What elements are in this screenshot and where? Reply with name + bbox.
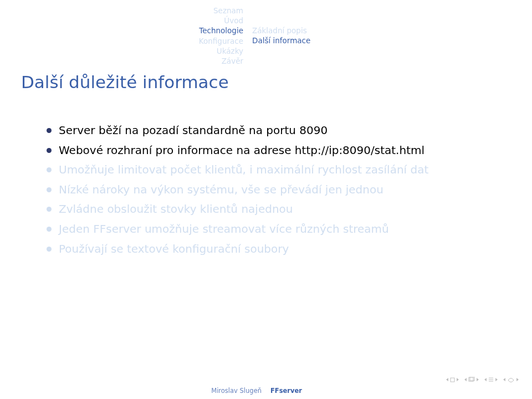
bullet-icon xyxy=(47,167,52,172)
slide-footer: Miroslav Slugeň FFserver xyxy=(0,382,532,399)
nav-prev-subsection-button[interactable] xyxy=(464,377,479,382)
nav-prev-slide-button[interactable] xyxy=(446,377,459,382)
bullet-icon xyxy=(47,128,52,133)
bullet-icon xyxy=(47,227,52,232)
bullet-item: Zvládne obsloužit stovky klientů najedno… xyxy=(45,202,494,217)
nav-back-forward-button[interactable] xyxy=(503,377,519,382)
rect-icon xyxy=(450,377,455,382)
bullet-text: Zvládne obsloužit stovky klientů najedno… xyxy=(59,202,293,216)
triangle-left-icon xyxy=(484,378,487,381)
footer-title: FFserver xyxy=(266,382,532,399)
bullet-text: Používají se textové konfigurační soubor… xyxy=(59,242,289,255)
nav-right-column: Základní popis Další informace xyxy=(248,6,525,72)
nav-item-zaver[interactable]: Závěr xyxy=(222,56,243,66)
bullet-text: Webové rozhraní pro informace na adrese … xyxy=(59,144,424,157)
bullet-item: Webové rozhraní pro informace na adrese … xyxy=(45,143,494,158)
lines-icon xyxy=(488,377,494,382)
triangle-right-icon xyxy=(457,378,459,381)
triangle-right-icon xyxy=(516,378,519,381)
bullet-icon xyxy=(47,187,52,192)
svg-rect-0 xyxy=(451,378,454,382)
bullet-icon xyxy=(47,207,52,212)
bullet-list: Server běží na pozadí standardně na port… xyxy=(45,123,494,257)
bullet-text: Nízké nároky na výkon systému, vše se př… xyxy=(59,183,383,196)
slide-header: Seznam Úvod Technologie Konfigurace Ukáz… xyxy=(0,0,532,90)
triangle-left-icon xyxy=(503,378,505,381)
nav-item-ukazky[interactable]: Ukázky xyxy=(217,46,243,56)
bullet-item: Jeden FFserver umožňuje streamovat více … xyxy=(45,222,494,237)
nav-item-uvod[interactable]: Úvod xyxy=(224,16,243,25)
bullet-item: Používají se textové konfigurační soubor… xyxy=(45,242,494,257)
bullet-text: Server běží na pozadí standardně na port… xyxy=(59,124,328,137)
nav-sections: Seznam Úvod Technologie Konfigurace Ukáz… xyxy=(0,6,532,72)
nav-subitem-zakladni-popis[interactable]: Základní popis xyxy=(252,25,307,35)
frame-title: Další důležité informace xyxy=(21,72,229,92)
doc-icon xyxy=(468,377,475,382)
bullet-icon xyxy=(47,148,52,153)
bullet-text: Jeden FFserver umožňuje streamovat více … xyxy=(59,222,389,236)
bullet-text: Umožňuje limitovat počet klientů, i maxi… xyxy=(59,163,428,176)
bullet-item: Nízké nároky na výkon systému, vše se př… xyxy=(45,182,494,198)
nav-subitem-dalsi-informace[interactable]: Další informace xyxy=(252,35,310,45)
slide-body: Server běží na pozadí standardně na port… xyxy=(45,123,494,261)
nav-item-seznam[interactable]: Seznam xyxy=(213,6,243,16)
triangle-right-icon xyxy=(495,378,498,381)
slide: Seznam Úvod Technologie Konfigurace Ukáz… xyxy=(0,0,532,399)
nav-item-technologie[interactable]: Technologie xyxy=(199,25,243,35)
bullet-icon xyxy=(47,247,52,252)
footer-author: Miroslav Slugeň xyxy=(0,382,266,399)
slide-nav-controls xyxy=(446,377,519,382)
nav-item-konfigurace[interactable]: Konfigurace xyxy=(199,36,243,46)
triangle-left-icon xyxy=(464,378,467,381)
bullet-item: Server běží na pozadí standardně na port… xyxy=(45,123,494,139)
triangle-right-icon xyxy=(477,378,479,381)
bullet-item: Umožňuje limitovat počet klientů, i maxi… xyxy=(45,162,494,178)
triangle-left-icon xyxy=(446,378,448,381)
nav-prev-section-button[interactable] xyxy=(484,377,498,382)
arrows-icon xyxy=(507,377,515,382)
nav-left-column: Seznam Úvod Technologie Konfigurace Ukáz… xyxy=(0,6,248,72)
